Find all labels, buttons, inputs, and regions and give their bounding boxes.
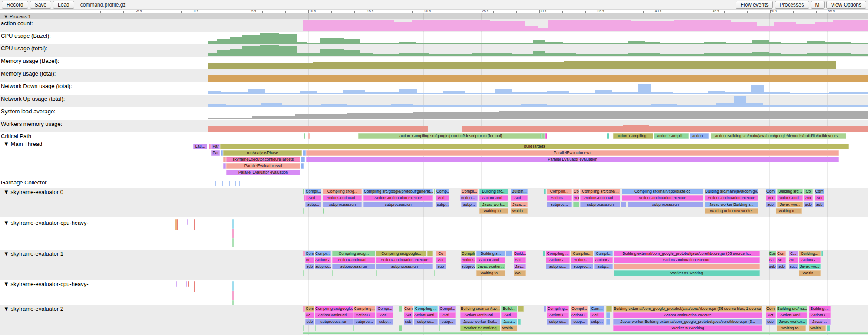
event-bar-skyframe-evaluator-0[interactable]: Building src/main/java/com/go... xyxy=(705,189,758,194)
event-bar-skyframe-evaluator-0[interactable]: Compiling src/main/cpp/blaze.cc xyxy=(622,189,703,194)
event-bar-skyframe-evaluator-2[interactable]: subp... xyxy=(376,319,393,325)
row-label[interactable]: ▼ skyframe-evaluator-cpu-heavy- xyxy=(3,220,89,226)
event-bar-skyframe-evaluator-1[interactable]: sub xyxy=(769,264,776,269)
event-bar-main-thread[interactable] xyxy=(223,163,226,169)
event-bar-skyframe-evaluator-0[interactable]: Building src... xyxy=(479,189,508,194)
event-bar-skyframe-evaluator-0[interactable]: ActionConti... xyxy=(479,195,508,201)
event-bar-skyframe-evaluator-cpu-heavy-2[interactable] xyxy=(176,281,177,287)
event-bar-skyframe-evaluator-2[interactable] xyxy=(399,306,402,312)
event-bar-skyframe-evaluator-1[interactable]: Jav... xyxy=(514,264,526,269)
event-bar-skyframe-evaluator-1[interactable]: Compili... xyxy=(461,251,475,256)
event-bar-skyframe-evaluator-2[interactable] xyxy=(439,325,440,331)
event-bar-skyframe-evaluator-cpu-heavy-2[interactable] xyxy=(194,281,195,292)
event-bar-skyframe-evaluator-0[interactable]: ActionContinuation.execute xyxy=(363,195,433,201)
event-bar-skyframe-evaluator-1[interactable] xyxy=(821,251,823,256)
event-bar-skyframe-evaluator-2[interactable]: Acti... xyxy=(501,312,517,318)
event-bar-skyframe-evaluator-0[interactable]: Acti... xyxy=(436,195,449,201)
save-button[interactable]: Save xyxy=(30,1,51,9)
event-bar-skyframe-evaluator-0[interactable] xyxy=(323,208,324,214)
event-bar-skyframe-evaluator-1[interactable]: Ac... xyxy=(305,257,314,263)
event-bar-skyframe-evaluator-2[interactable] xyxy=(303,332,868,334)
event-bar-skyframe-evaluator-cpu-heavy-2[interactable] xyxy=(232,300,234,305)
event-bar-skyframe-evaluator-2[interactable]: subp... xyxy=(590,319,604,325)
event-bar-critical-path[interactable] xyxy=(543,133,545,139)
event-bar-skyframe-evaluator-2[interactable]: ActionContinuati... xyxy=(315,312,353,318)
event-bar-skyframe-evaluator-2[interactable]: Waitin... xyxy=(809,325,826,331)
event-bar-garbage-collector[interactable] xyxy=(229,181,230,186)
event-bar-skyframe-evaluator-2[interactable]: Javac worker... xyxy=(777,319,807,325)
event-bar-skyframe-evaluator-0[interactable]: Com xyxy=(766,189,776,194)
event-bar-skyframe-evaluator-0[interactable]: Act xyxy=(573,195,579,201)
event-bar-skyframe-evaluator-2[interactable] xyxy=(303,325,304,331)
view-options-button[interactable]: View Options xyxy=(826,1,866,9)
event-bar-skyframe-evaluator-0[interactable]: Acti... xyxy=(511,195,528,201)
event-bar-skyframe-evaluator-1[interactable]: subproc... xyxy=(546,264,570,269)
event-bar-skyframe-evaluator-1[interactable]: subprocess.run xyxy=(376,264,433,269)
event-bar-skyframe-evaluator-1[interactable] xyxy=(427,251,433,256)
event-bar-main-thread[interactable] xyxy=(303,150,306,156)
event-bar-main-thread[interactable] xyxy=(209,144,211,149)
event-bar-skyframe-evaluator-1[interactable]: ActionC... xyxy=(315,257,331,263)
event-bar-skyframe-evaluator-1[interactable]: Com xyxy=(305,251,314,256)
event-bar-skyframe-evaluator-1[interactable]: Building s... xyxy=(476,251,505,256)
event-bar-skyframe-evaluator-0[interactable]: Javac work... xyxy=(479,202,508,207)
event-bar-skyframe-evaluator-0[interactable]: Co xyxy=(804,189,813,194)
event-bar-skyframe-evaluator-0[interactable]: Building src... xyxy=(777,189,803,194)
event-bar-skyframe-evaluator-0[interactable]: Acti... xyxy=(305,195,321,201)
event-bar-skyframe-evaluator-2[interactable]: Act xyxy=(404,312,413,318)
event-bar-skyframe-evaluator-2[interactable] xyxy=(518,306,524,312)
event-bar-skyframe-evaluator-1[interactable]: ActionContinuati... xyxy=(332,257,375,263)
event-bar-skyframe-evaluator-0[interactable]: Waiting to... xyxy=(776,208,802,214)
event-bar-skyframe-evaluator-cpu-heavy-1[interactable] xyxy=(232,229,234,238)
event-bar-skyframe-evaluator-2[interactable] xyxy=(544,306,546,312)
event-bar-skyframe-evaluator-2[interactable]: Javac worker Building external/com_googl… xyxy=(613,319,762,325)
event-bar-skyframe-evaluator-0[interactable]: ActionContinuati... xyxy=(580,195,620,201)
event-bar-skyframe-evaluator-0[interactable]: Co xyxy=(573,189,579,194)
event-bar-skyframe-evaluator-0[interactable]: ActionContinuation.execute xyxy=(705,195,758,201)
event-bar-skyframe-evaluator-2[interactable]: Com... xyxy=(590,306,604,312)
event-bar-skyframe-evaluator-2[interactable]: Worker #7 working xyxy=(460,325,500,331)
event-bar-skyframe-evaluator-2[interactable]: Buildi... xyxy=(501,306,517,312)
event-bar-skyframe-evaluator-2[interactable] xyxy=(606,312,610,318)
event-bar-main-thread[interactable]: Par xyxy=(211,150,220,156)
event-bar-skyframe-evaluator-cpu-heavy-1[interactable] xyxy=(194,219,195,230)
event-bar-skyframe-evaluator-2[interactable]: subproc... xyxy=(414,319,438,325)
event-bar-skyframe-evaluator-2[interactable]: Com xyxy=(305,306,314,312)
event-bar-skyframe-evaluator-0[interactable]: Comp... xyxy=(436,189,449,194)
event-bar-skyframe-evaluator-2[interactable]: Compi... xyxy=(376,306,393,312)
event-bar-skyframe-evaluator-0[interactable]: subprocess.run xyxy=(363,202,433,207)
event-bar-skyframe-evaluator-0[interactable]: Compiling src/core/... xyxy=(580,189,620,194)
event-bar-main-thread[interactable]: Lau... xyxy=(193,144,207,149)
event-bar-skyframe-evaluator-0[interactable]: ActionConti... xyxy=(777,195,803,201)
event-bar-skyframe-evaluator-1[interactable]: sub xyxy=(305,264,314,269)
event-bar-main-thread[interactable]: ParallelEvaluator.eval xyxy=(306,150,839,156)
event-bar-skyframe-evaluator-2[interactable]: Ac... xyxy=(305,312,314,318)
event-bar-skyframe-evaluator-0[interactable]: Javac worker Building s... xyxy=(705,202,758,207)
event-bar-skyframe-evaluator-0[interactable]: ActionC... xyxy=(460,195,478,201)
event-bar-skyframe-evaluator-2[interactable]: Com xyxy=(404,306,413,312)
event-bar-skyframe-evaluator-1[interactable]: Worker #1 working xyxy=(614,270,760,276)
event-bar-skyframe-evaluator-0[interactable]: Compilin... xyxy=(547,189,572,194)
event-bar-critical-path[interactable] xyxy=(304,133,305,139)
event-bar-skyframe-evaluator-0[interactable] xyxy=(303,208,304,214)
event-bar-garbage-collector[interactable] xyxy=(215,181,216,186)
event-bar-skyframe-evaluator-1[interactable]: subproc... xyxy=(461,264,475,269)
event-bar-skyframe-evaluator-1[interactable]: ActionC... xyxy=(461,257,475,263)
event-bar-skyframe-evaluator-0[interactable]: Act xyxy=(804,195,813,201)
row-label[interactable]: ▼ skyframe-evaluator 2 xyxy=(3,305,63,312)
record-button[interactable]: Record xyxy=(2,1,28,9)
event-bar-skyframe-evaluator-1[interactable]: subprocess.run xyxy=(332,264,375,269)
event-bar-main-thread[interactable]: ParallelEvaluator.eval xyxy=(226,163,300,169)
event-bar-skyframe-evaluator-1[interactable]: Ac... xyxy=(769,257,776,263)
row-label[interactable]: ▼ skyframe-evaluator-cpu-heavy- xyxy=(3,281,89,287)
event-bar-skyframe-evaluator-0[interactable]: subprocess.run xyxy=(580,202,620,207)
event-bar-skyframe-evaluator-1[interactable] xyxy=(543,251,545,256)
event-bar-critical-path[interactable]: action 'Compili... xyxy=(654,133,689,139)
event-bar-skyframe-evaluator-1[interactable]: ActionC... xyxy=(799,257,821,263)
event-bar-skyframe-evaluator-0[interactable]: sub xyxy=(804,202,813,207)
event-bar-skyframe-evaluator-0[interactable]: Act xyxy=(815,195,824,201)
event-bar-skyframe-evaluator-2[interactable]: subproc... xyxy=(353,319,375,325)
event-bar-skyframe-evaluator-2[interactable]: sub xyxy=(404,319,413,325)
event-bar-skyframe-evaluator-1[interactable]: su... xyxy=(789,264,798,269)
event-bar-skyframe-evaluator-0[interactable]: subp... xyxy=(305,202,321,207)
